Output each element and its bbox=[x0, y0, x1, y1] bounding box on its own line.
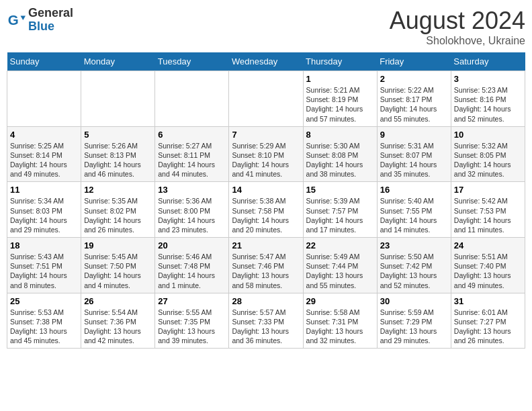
svg-text:G: G bbox=[8, 11, 19, 27]
calendar-cell: 24Sunrise: 5:51 AMSunset: 7:40 PMDayligh… bbox=[451, 238, 525, 293]
day-number: 30 bbox=[380, 296, 448, 306]
day-number: 13 bbox=[158, 185, 226, 195]
day-info: Sunrise: 5:30 AMSunset: 8:08 PMDaylight:… bbox=[306, 141, 374, 179]
calendar-cell: 17Sunrise: 5:42 AMSunset: 7:53 PMDayligh… bbox=[451, 182, 525, 238]
day-info: Sunrise: 5:57 AMSunset: 7:33 PMDaylight:… bbox=[232, 308, 300, 346]
calendar-cell: 4Sunrise: 5:25 AMSunset: 8:14 PMDaylight… bbox=[7, 126, 81, 182]
calendar-cell: 7Sunrise: 5:29 AMSunset: 8:10 PMDaylight… bbox=[229, 126, 303, 182]
day-info: Sunrise: 5:26 AMSunset: 8:13 PMDaylight:… bbox=[84, 141, 152, 179]
calendar-cell: 10Sunrise: 5:32 AMSunset: 8:05 PMDayligh… bbox=[451, 126, 525, 182]
calendar-cell bbox=[7, 71, 81, 127]
day-info: Sunrise: 5:25 AMSunset: 8:14 PMDaylight:… bbox=[10, 141, 78, 179]
week-row-2: 4Sunrise: 5:25 AMSunset: 8:14 PMDaylight… bbox=[7, 126, 525, 182]
svg-marker-1 bbox=[21, 15, 26, 20]
calendar-cell: 9Sunrise: 5:31 AMSunset: 8:07 PMDaylight… bbox=[377, 126, 451, 182]
calendar-cell: 26Sunrise: 5:54 AMSunset: 7:36 PMDayligh… bbox=[81, 293, 155, 349]
day-number: 10 bbox=[454, 130, 522, 140]
weekday-header-thursday: Thursday bbox=[303, 52, 377, 71]
calendar-header: SundayMondayTuesdayWednesdayThursdayFrid… bbox=[7, 52, 525, 71]
day-number: 2 bbox=[380, 74, 448, 84]
calendar-cell: 14Sunrise: 5:38 AMSunset: 7:58 PMDayligh… bbox=[229, 182, 303, 238]
day-number: 28 bbox=[232, 296, 300, 306]
calendar-cell: 11Sunrise: 5:34 AMSunset: 8:03 PMDayligh… bbox=[7, 182, 81, 238]
day-info: Sunrise: 5:35 AMSunset: 8:02 PMDaylight:… bbox=[84, 196, 152, 234]
weekday-header-saturday: Saturday bbox=[451, 52, 525, 71]
calendar-cell: 29Sunrise: 5:58 AMSunset: 7:31 PMDayligh… bbox=[303, 293, 377, 349]
day-number: 22 bbox=[306, 240, 374, 250]
calendar-cell: 28Sunrise: 5:57 AMSunset: 7:33 PMDayligh… bbox=[229, 293, 303, 349]
weekday-header-friday: Friday bbox=[377, 52, 451, 71]
day-info: Sunrise: 5:54 AMSunset: 7:36 PMDaylight:… bbox=[84, 308, 152, 346]
day-number: 26 bbox=[84, 296, 152, 306]
day-info: Sunrise: 5:49 AMSunset: 7:44 PMDaylight:… bbox=[306, 252, 374, 290]
calendar-cell: 2Sunrise: 5:22 AMSunset: 8:17 PMDaylight… bbox=[377, 71, 451, 127]
calendar-cell: 25Sunrise: 5:53 AMSunset: 7:38 PMDayligh… bbox=[7, 293, 81, 349]
day-number: 16 bbox=[380, 185, 448, 195]
day-info: Sunrise: 5:51 AMSunset: 7:40 PMDaylight:… bbox=[454, 252, 522, 290]
day-number: 9 bbox=[380, 130, 448, 140]
day-info: Sunrise: 5:34 AMSunset: 8:03 PMDaylight:… bbox=[10, 196, 78, 234]
day-number: 19 bbox=[84, 240, 152, 250]
calendar-cell: 30Sunrise: 5:59 AMSunset: 7:29 PMDayligh… bbox=[377, 293, 451, 349]
calendar-cell bbox=[81, 71, 155, 127]
day-info: Sunrise: 5:22 AMSunset: 8:17 PMDaylight:… bbox=[380, 85, 448, 124]
day-number: 25 bbox=[10, 296, 78, 306]
day-info: Sunrise: 5:21 AMSunset: 8:19 PMDaylight:… bbox=[306, 85, 374, 124]
calendar-cell: 8Sunrise: 5:30 AMSunset: 8:08 PMDaylight… bbox=[303, 126, 377, 182]
calendar-cell bbox=[229, 71, 303, 127]
day-number: 11 bbox=[10, 185, 78, 195]
day-number: 15 bbox=[306, 185, 374, 195]
day-info: Sunrise: 5:36 AMSunset: 8:00 PMDaylight:… bbox=[158, 196, 226, 234]
day-info: Sunrise: 5:43 AMSunset: 7:51 PMDaylight:… bbox=[10, 252, 78, 290]
day-info: Sunrise: 5:59 AMSunset: 7:29 PMDaylight:… bbox=[380, 308, 448, 346]
calendar-cell: 27Sunrise: 5:55 AMSunset: 7:35 PMDayligh… bbox=[155, 293, 229, 349]
logo-blue: Blue bbox=[28, 19, 54, 33]
week-row-1: 1Sunrise: 5:21 AMSunset: 8:19 PMDaylight… bbox=[7, 71, 525, 127]
calendar-body: 1Sunrise: 5:21 AMSunset: 8:19 PMDaylight… bbox=[7, 71, 525, 349]
calendar-cell: 15Sunrise: 5:39 AMSunset: 7:57 PMDayligh… bbox=[303, 182, 377, 238]
day-number: 20 bbox=[158, 240, 226, 250]
day-number: 7 bbox=[232, 130, 300, 140]
calendar-cell: 21Sunrise: 5:47 AMSunset: 7:46 PMDayligh… bbox=[229, 238, 303, 293]
day-info: Sunrise: 5:55 AMSunset: 7:35 PMDaylight:… bbox=[158, 308, 226, 346]
day-number: 23 bbox=[380, 240, 448, 250]
logo: G General Blue bbox=[7, 7, 73, 34]
location: Sholokhove, Ukraine bbox=[390, 35, 525, 47]
calendar-cell: 20Sunrise: 5:46 AMSunset: 7:48 PMDayligh… bbox=[155, 238, 229, 293]
week-row-3: 11Sunrise: 5:34 AMSunset: 8:03 PMDayligh… bbox=[7, 182, 525, 238]
day-info: Sunrise: 5:29 AMSunset: 8:10 PMDaylight:… bbox=[232, 141, 300, 179]
day-number: 6 bbox=[158, 130, 226, 140]
title-block: August 2024 Sholokhove, Ukraine bbox=[390, 7, 525, 47]
calendar-cell: 18Sunrise: 5:43 AMSunset: 7:51 PMDayligh… bbox=[7, 238, 81, 293]
day-info: Sunrise: 5:32 AMSunset: 8:05 PMDaylight:… bbox=[454, 141, 522, 179]
calendar-cell: 6Sunrise: 5:27 AMSunset: 8:11 PMDaylight… bbox=[155, 126, 229, 182]
logo-text: General Blue bbox=[28, 7, 73, 34]
day-number: 3 bbox=[454, 74, 522, 84]
month-year: August 2024 bbox=[390, 7, 525, 35]
calendar-cell: 5Sunrise: 5:26 AMSunset: 8:13 PMDaylight… bbox=[81, 126, 155, 182]
day-number: 27 bbox=[158, 296, 226, 306]
calendar-cell: 19Sunrise: 5:45 AMSunset: 7:50 PMDayligh… bbox=[81, 238, 155, 293]
day-info: Sunrise: 5:38 AMSunset: 7:58 PMDaylight:… bbox=[232, 196, 300, 234]
day-number: 18 bbox=[10, 240, 78, 250]
day-info: Sunrise: 5:45 AMSunset: 7:50 PMDaylight:… bbox=[84, 252, 152, 290]
day-number: 12 bbox=[84, 185, 152, 195]
day-info: Sunrise: 5:42 AMSunset: 7:53 PMDaylight:… bbox=[454, 196, 522, 234]
day-number: 8 bbox=[306, 130, 374, 140]
day-info: Sunrise: 5:40 AMSunset: 7:55 PMDaylight:… bbox=[380, 196, 448, 234]
logo-icon: G bbox=[7, 11, 26, 30]
day-number: 17 bbox=[454, 185, 522, 195]
weekday-header-tuesday: Tuesday bbox=[155, 52, 229, 71]
day-info: Sunrise: 5:53 AMSunset: 7:38 PMDaylight:… bbox=[10, 308, 78, 346]
day-number: 24 bbox=[454, 240, 522, 250]
day-number: 14 bbox=[232, 185, 300, 195]
day-info: Sunrise: 5:50 AMSunset: 7:42 PMDaylight:… bbox=[380, 252, 448, 290]
calendar-table: SundayMondayTuesdayWednesdayThursdayFrid… bbox=[7, 52, 525, 349]
day-info: Sunrise: 5:27 AMSunset: 8:11 PMDaylight:… bbox=[158, 141, 226, 179]
weekday-header-sunday: Sunday bbox=[7, 52, 81, 71]
day-info: Sunrise: 5:58 AMSunset: 7:31 PMDaylight:… bbox=[306, 308, 374, 346]
day-info: Sunrise: 5:23 AMSunset: 8:16 PMDaylight:… bbox=[454, 85, 522, 124]
day-number: 5 bbox=[84, 130, 152, 140]
day-number: 29 bbox=[306, 296, 374, 306]
day-info: Sunrise: 5:46 AMSunset: 7:48 PMDaylight:… bbox=[158, 252, 226, 290]
